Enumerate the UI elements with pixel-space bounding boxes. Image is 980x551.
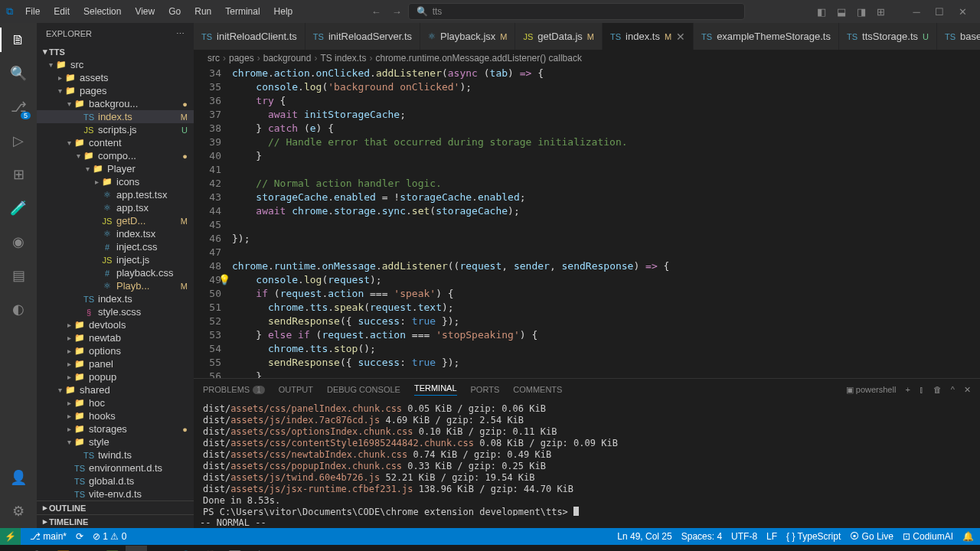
nav-back-icon[interactable]: ← xyxy=(371,6,381,18)
problems-tab[interactable]: PROBLEMS1 xyxy=(203,385,265,394)
cursor-position[interactable]: Ln 49, Col 25 xyxy=(617,531,671,542)
outline-section[interactable]: ▸OUTLINE xyxy=(37,500,194,514)
maximize-panel-icon[interactable]: ^ xyxy=(951,385,955,394)
search-activity-icon[interactable]: 🔍 xyxy=(9,64,28,83)
layout-bottom-icon[interactable]: ⬓ xyxy=(837,6,846,18)
editor-tab[interactable]: TSindex.tsM✕ xyxy=(603,23,694,50)
tree-item[interactable]: ▸📁assets xyxy=(37,71,194,84)
sync-icon[interactable]: ⟳ xyxy=(76,531,83,542)
tree-item[interactable]: ▸📁newtab xyxy=(37,331,194,344)
problems-status[interactable]: ⊘ 1 ⚠ 0 xyxy=(93,531,126,542)
taskbar-app-2[interactable]: 📁 xyxy=(77,546,98,551)
breadcrumb[interactable]: src›pages›background›TS index.ts›chrome.… xyxy=(194,50,980,67)
taskbar-search-icon[interactable]: 🔍 xyxy=(28,546,49,551)
tree-item[interactable]: ▾📁src xyxy=(37,58,194,71)
tree-item[interactable]: ▸📁panel xyxy=(37,357,194,370)
taskbar-app-4[interactable]: ⬜ xyxy=(224,546,245,551)
ports-tab[interactable]: PORTS xyxy=(471,385,500,394)
eol-status[interactable]: LF xyxy=(766,531,777,542)
layout-left-icon[interactable]: ◧ xyxy=(817,6,826,18)
editor-tab[interactable]: TSttsStorage.tsU xyxy=(839,23,937,50)
terminal-output[interactable]: dist/assets/css/panelIndex.chunk.css 0.0… xyxy=(194,400,980,516)
editor-tab[interactable]: ⚛Playback.jsxM xyxy=(420,23,515,50)
menu-go[interactable]: Go xyxy=(162,3,187,20)
editor-tab[interactable]: TSinitReloadServer.ts xyxy=(305,23,420,50)
layout-right-icon[interactable]: ◨ xyxy=(857,6,866,18)
tree-item[interactable]: TSindex.ts xyxy=(37,292,194,305)
indent-status[interactable]: Spaces: 4 xyxy=(681,531,722,542)
debug-icon[interactable]: ▷ xyxy=(9,132,28,150)
menu-selection[interactable]: Selection xyxy=(77,3,127,20)
more-icon[interactable]: ⋯ xyxy=(176,29,185,39)
tree-item[interactable]: ▸📁hooks xyxy=(37,409,194,422)
tree-item[interactable]: ▸📁hoc xyxy=(37,396,194,409)
debug-console-tab[interactable]: DEBUG CONSOLE xyxy=(327,385,400,394)
tree-item[interactable]: ▸📁options xyxy=(37,344,194,357)
comments-tab[interactable]: COMMENTS xyxy=(513,385,562,394)
menu-file[interactable]: File xyxy=(19,3,46,20)
tree-item[interactable]: §style.scss xyxy=(37,305,194,318)
notifications-icon[interactable]: 🔔 xyxy=(962,531,974,542)
tree-item[interactable]: ▾📁compo...● xyxy=(37,149,194,162)
explorer-icon[interactable]: 🗎 xyxy=(9,31,28,49)
tree-item[interactable]: ▾📁style xyxy=(37,435,194,448)
maximize-button[interactable]: ☐ xyxy=(928,3,951,21)
tree-item[interactable]: TSenvironment.d.ts xyxy=(37,461,194,474)
editor-tab[interactable]: JSgetData.jsM xyxy=(515,23,603,50)
ext2-icon[interactable]: ▤ xyxy=(9,266,28,285)
taskbar-chrome[interactable]: 🌐 xyxy=(175,546,196,551)
tree-item[interactable]: ⚛app.test.tsx xyxy=(37,188,194,201)
tree-item[interactable]: TSindex.tsM xyxy=(37,110,194,123)
taskbar-brave[interactable]: 🦁 xyxy=(199,546,220,551)
command-center[interactable]: 🔍 tts xyxy=(408,3,745,20)
menu-help[interactable]: Help xyxy=(268,3,299,20)
tree-item[interactable]: ⚛Playb...M xyxy=(37,279,194,292)
kill-terminal-icon[interactable]: 🗑 xyxy=(933,385,942,394)
tree-item[interactable]: TSvite-env.d.ts xyxy=(37,487,194,500)
tree-item[interactable]: ⚛index.tsx xyxy=(37,227,194,240)
tree-item[interactable]: JSscripts.jsU xyxy=(37,123,194,136)
tree-item[interactable]: ▸📁devtools xyxy=(37,318,194,331)
tree-item[interactable]: JSgetD...M xyxy=(37,214,194,227)
scm-icon[interactable]: ⎇5 xyxy=(9,98,28,116)
codium-status[interactable]: ⊡ CodiumAI xyxy=(903,531,953,542)
account-icon[interactable]: 👤 xyxy=(9,468,28,487)
code-editor[interactable]: chrome.action.onClicked.addListener(asyn… xyxy=(232,67,980,378)
tree-item[interactable]: ▾📁Player xyxy=(37,162,194,175)
taskbar-vscode[interactable]: ⧉ xyxy=(126,546,147,551)
golive-status[interactable]: ⦿ Go Live xyxy=(850,531,893,542)
tree-item[interactable]: ⚛app.tsx xyxy=(37,201,194,214)
close-button[interactable]: ✕ xyxy=(951,3,974,21)
tree-item[interactable]: TStwind.ts xyxy=(37,448,194,461)
editor-tab[interactable]: TSbase.ts xyxy=(937,23,980,50)
folder-root[interactable]: ▾TTS xyxy=(37,45,194,58)
menu-view[interactable]: View xyxy=(129,3,161,20)
menu-run[interactable]: Run xyxy=(188,3,217,20)
minimize-button[interactable]: ─ xyxy=(905,3,928,21)
terminal-tab[interactable]: TERMINAL xyxy=(414,383,457,396)
menu-edit[interactable]: Edit xyxy=(47,3,76,20)
start-icon[interactable]: ⊞ xyxy=(3,546,24,551)
extensions-icon[interactable]: ⊞ xyxy=(9,165,28,184)
output-tab[interactable]: OUTPUT xyxy=(279,385,313,394)
layout-customize-icon[interactable]: ⊞ xyxy=(877,6,885,18)
tree-item[interactable]: ▾📁backgrou...● xyxy=(37,97,194,110)
ext1-icon[interactable]: ◉ xyxy=(9,233,28,251)
shell-select[interactable]: ▣ powershell xyxy=(846,385,897,395)
editor-tab[interactable]: TSinitReloadClient.ts xyxy=(194,23,305,50)
nav-forward-icon[interactable]: → xyxy=(392,6,402,18)
taskbar-app-1[interactable]: 🟧 xyxy=(52,546,74,551)
tree-item[interactable]: ▾📁pages xyxy=(37,84,194,97)
taskbar-app-3[interactable]: 🟩 xyxy=(101,546,122,551)
encoding-status[interactable]: UTF-8 xyxy=(731,531,757,542)
tree-item[interactable]: ▾📁content xyxy=(37,136,194,149)
tree-item[interactable]: #inject.css xyxy=(37,240,194,253)
new-terminal-icon[interactable]: + xyxy=(905,385,910,394)
taskbar-firefox[interactable]: 🦊 xyxy=(150,546,172,551)
menu-terminal[interactable]: Terminal xyxy=(219,3,266,20)
tree-item[interactable]: ▸📁popup xyxy=(37,370,194,383)
ext3-icon[interactable]: ◐ xyxy=(9,300,28,318)
tree-item[interactable]: ▸📁icons xyxy=(37,175,194,188)
tree-item[interactable]: ▾📁shared xyxy=(37,383,194,396)
language-status[interactable]: { } TypeScript xyxy=(786,531,841,542)
